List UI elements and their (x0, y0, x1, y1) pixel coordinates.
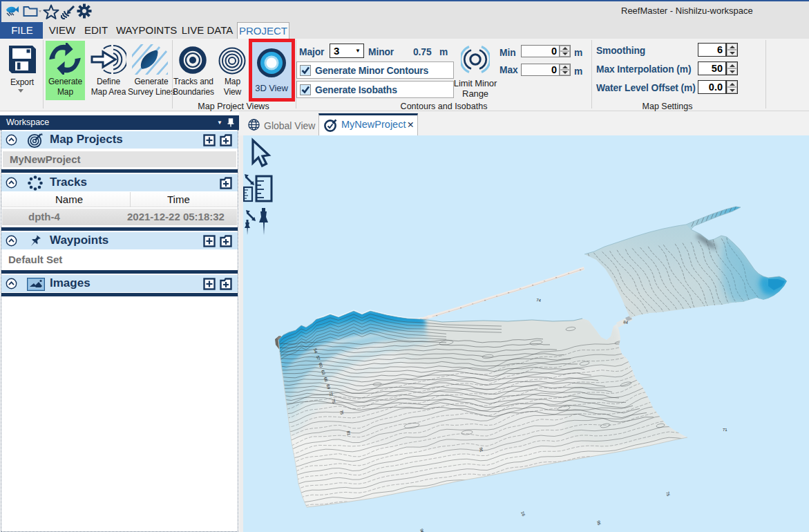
svg-text:96: 96 (419, 529, 425, 532)
svg-text:71: 71 (723, 428, 727, 432)
